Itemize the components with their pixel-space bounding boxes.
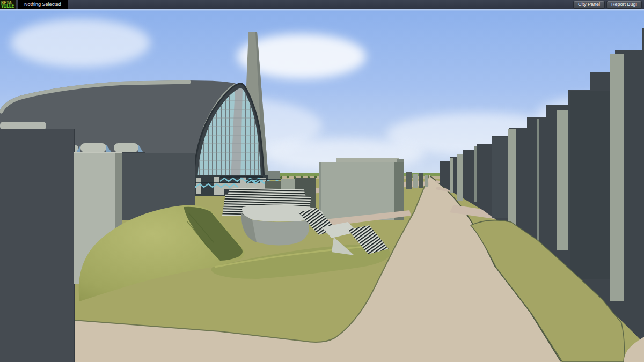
selection-status: Nothing Selected (18, 0, 68, 9)
top-menu-bar: BETA VILLE Nothing Selected City Panel R… (0, 0, 644, 9)
rooftop-slab (0, 122, 46, 130)
report-bug-button[interactable]: Report Bug! (606, 1, 642, 9)
logo-text-ville: VILLE (1, 4, 14, 8)
betaville-logo: BETA VILLE (0, 0, 16, 9)
foreground-building[interactable] (0, 129, 75, 362)
3d-city-viewport[interactable] (0, 0, 644, 362)
betaville-window: BETA VILLE Nothing Selected City Panel R… (0, 0, 644, 362)
city-panel-button[interactable]: City Panel (573, 1, 605, 9)
